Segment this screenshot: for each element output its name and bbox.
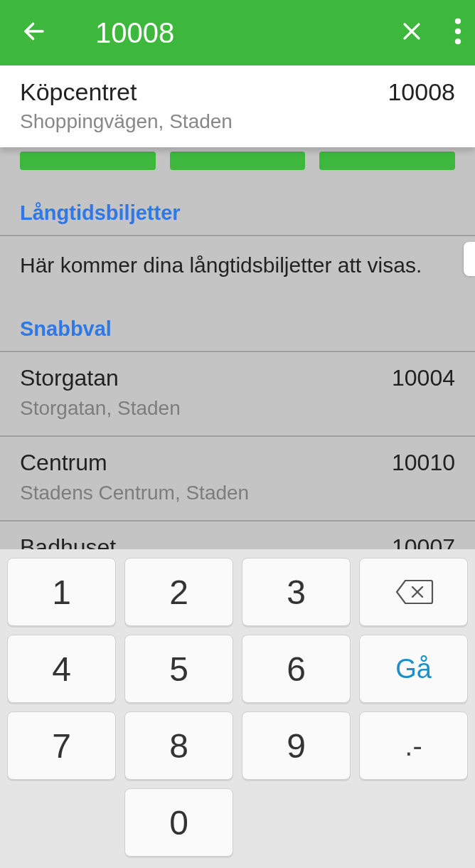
key-0[interactable]: 0 xyxy=(124,788,233,857)
back-icon[interactable] xyxy=(21,18,47,47)
key-6[interactable]: 6 xyxy=(242,635,351,703)
key-backspace[interactable] xyxy=(359,558,468,626)
action-button[interactable] xyxy=(170,152,306,170)
result-code: 10008 xyxy=(388,78,455,106)
svg-point-5 xyxy=(455,38,461,44)
list-item[interactable]: Centrum 10010 Stadens Centrum, Staden xyxy=(0,437,475,522)
list-item-title: Storgatan xyxy=(20,365,119,391)
key-go[interactable]: Gå xyxy=(359,635,468,703)
key-7[interactable]: 7 xyxy=(7,711,116,780)
key-3[interactable]: 3 xyxy=(242,558,351,626)
numeric-keypad: 1 2 3 4 5 6 Gå 7 8 9 .- 0 xyxy=(0,549,475,868)
action-buttons-row xyxy=(0,152,475,170)
action-button[interactable] xyxy=(319,152,455,170)
key-9[interactable]: 9 xyxy=(242,711,351,780)
key-8[interactable]: 8 xyxy=(124,711,233,780)
section-longterm-label: Långtidsbiljetter xyxy=(0,170,475,235)
svg-point-4 xyxy=(455,28,461,34)
list-item-code: 10004 xyxy=(392,365,455,391)
section-quick-label: Snabbval xyxy=(0,286,475,351)
key-punctuation[interactable]: .- xyxy=(359,711,468,780)
list-item-subtitle: Storgatan, Staden xyxy=(20,397,455,420)
longterm-empty-text: Här kommer dina långtidsbiljetter att vi… xyxy=(0,236,475,286)
svg-point-3 xyxy=(455,18,461,24)
key-1[interactable]: 1 xyxy=(7,558,116,626)
result-title: Köpcentret xyxy=(20,78,137,106)
key-5[interactable]: 5 xyxy=(124,635,233,703)
key-2[interactable]: 2 xyxy=(124,558,233,626)
clear-icon[interactable] xyxy=(400,19,424,46)
search-result-item[interactable]: Köpcentret 10008 Shoppingvägen, Staden xyxy=(0,65,475,147)
app-header: 10008 xyxy=(0,0,475,65)
list-item-code: 10010 xyxy=(392,450,455,476)
list-item-title: Centrum xyxy=(20,450,107,476)
result-subtitle: Shoppingvägen, Staden xyxy=(20,110,455,133)
search-input[interactable]: 10008 xyxy=(55,17,391,49)
action-button[interactable] xyxy=(20,152,156,170)
drawer-handle[interactable] xyxy=(464,242,475,276)
key-4[interactable]: 4 xyxy=(7,635,116,703)
list-item[interactable]: Storgatan 10004 Storgatan, Staden xyxy=(0,352,475,437)
list-item-subtitle: Stadens Centrum, Staden xyxy=(20,482,455,504)
overflow-menu-icon[interactable] xyxy=(454,18,462,48)
